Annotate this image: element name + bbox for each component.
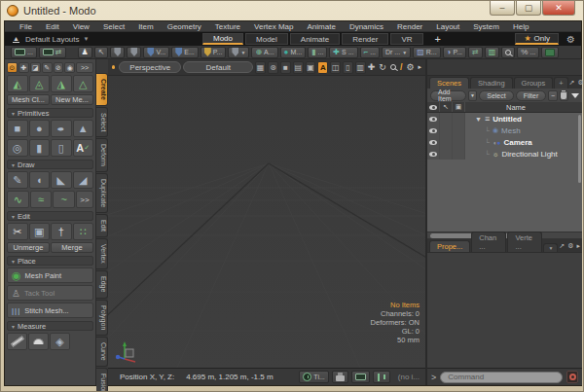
menu-view[interactable]: View [66, 22, 96, 31]
item-label[interactable]: Directional Light [501, 150, 557, 159]
popout-icon[interactable]: ↗ [559, 242, 565, 250]
item-row-untitled[interactable]: ▼ ≡ Untitled [427, 113, 582, 125]
pan-icon[interactable]: ✚ [368, 62, 376, 72]
ghost-view-button[interactable]: ▣ [306, 61, 316, 74]
pin-tool-button[interactable]: † [51, 223, 72, 240]
add-item-dropdown[interactable]: ▼ [468, 90, 477, 101]
mesh-op-2-button[interactable]: ◬ [29, 75, 51, 92]
curve-tool-button[interactable]: ∿ [7, 191, 29, 208]
mesh-op-4-button[interactable]: △ [73, 75, 94, 92]
expand-arrow-icon[interactable]: ▼ [475, 116, 482, 123]
primitives-section-header[interactable]: ▾Primitives [7, 108, 93, 118]
tab-create[interactable]: Create [96, 73, 108, 106]
tab-shading[interactable]: Shading [470, 77, 513, 89]
wireframe-view-button[interactable]: ▤ [293, 61, 304, 74]
add-layout-tab-button[interactable]: + [425, 33, 451, 45]
arc-tool-button[interactable]: ◖ [29, 171, 51, 189]
screen-layout-button[interactable]: ... [11, 47, 37, 58]
record-macro-button[interactable] [566, 371, 578, 383]
mesh-op-1-button[interactable]: ◭ [7, 75, 28, 92]
render-column-header[interactable]: ▣ [453, 102, 465, 112]
command-input[interactable] [440, 372, 563, 383]
cut-tool-button[interactable]: ✂ [7, 223, 28, 240]
capsule-primitive-button[interactable]: ▯ [51, 139, 72, 157]
visibility-toggle[interactable] [427, 113, 440, 125]
assign-button[interactable]: ▮... [308, 47, 327, 58]
drop-action-dropdown[interactable]: Dr ...▼ [382, 47, 411, 58]
camera-view-dropdown[interactable]: Perspective [119, 61, 181, 73]
add-item-button[interactable]: Add Item [430, 90, 466, 101]
color-swatch-button[interactable] [541, 47, 559, 58]
draw-more-button[interactable]: >> [76, 191, 93, 208]
sketch-tool-button[interactable]: ✎ [7, 171, 28, 189]
key-settings-button[interactable]: %... [517, 47, 539, 58]
item-row-mesh[interactable]: └ ◉ Mesh [427, 125, 582, 136]
tab-vertex[interactable]: Vertex [96, 238, 108, 269]
menu-file[interactable]: File [13, 22, 39, 31]
item-row-directional-light[interactable]: └ ☼ Directional Light [427, 148, 582, 160]
lasso-tool-button[interactable]: ◪ [30, 62, 41, 73]
eraser-tool-button[interactable]: ⊘ [54, 62, 64, 73]
items-mode-dropdown[interactable]: ▼ [228, 47, 249, 58]
viewport-gear-icon[interactable]: ⚙ [406, 62, 414, 72]
panel-gear-icon[interactable]: ⚙ [567, 242, 573, 250]
preset-tool-button[interactable]: ⊙ [7, 62, 18, 73]
item-label[interactable]: Camera [503, 138, 531, 147]
key-icon[interactable]: / [400, 62, 403, 72]
tab-deform[interactable]: Deform [96, 138, 108, 172]
menu-render[interactable]: Render [390, 22, 429, 31]
item-row-camera[interactable]: └ ◖ ● Camera [427, 136, 582, 148]
menu-animate[interactable]: Animate [301, 22, 343, 31]
dimension-tool-button[interactable]: ◈ [50, 333, 70, 350]
tab-polygon[interactable]: Polygon [96, 300, 108, 336]
menu-vertex-map[interactable]: Vertex Map [247, 22, 300, 31]
unmerge-button[interactable]: Unmerge [7, 242, 50, 253]
selection-mode-a-button[interactable] [110, 47, 125, 58]
tab-scenes[interactable]: Scenes [429, 77, 469, 89]
tab-vertex-map[interactable]: Verte ... [507, 232, 542, 252]
bezier-tool-button[interactable]: ◢ [73, 171, 94, 189]
tab-edge[interactable]: Edge [96, 270, 108, 298]
cube-primitive-button[interactable]: ■ [7, 120, 28, 137]
tab-select[interactable]: Select [96, 107, 108, 137]
layout-tab-render[interactable]: Render [342, 33, 388, 45]
actor-button[interactable]: ♟ [78, 47, 92, 58]
material-button[interactable]: ●M... [280, 47, 307, 58]
camera-gizmo-button[interactable]: ⊛ [268, 61, 278, 74]
search-button[interactable] [501, 47, 515, 58]
only-toggle-button[interactable]: ★ Only [515, 33, 559, 45]
menu-help[interactable]: Help [506, 22, 535, 31]
scenes-scrollbar[interactable] [578, 115, 581, 183]
draw-section-header[interactable]: ▾Draw [7, 160, 93, 169]
mesh-op-3-button[interactable]: ◮ [51, 75, 72, 92]
ellipsoid-primitive-button[interactable]: ● [51, 120, 72, 137]
panel-chevron-icon[interactable]: ▸ [576, 242, 580, 250]
tab-edit[interactable]: Edit [96, 214, 108, 237]
ruler-tool-button[interactable] [7, 333, 27, 350]
popout-icon[interactable]: ↗ [569, 79, 575, 87]
item-label[interactable]: Untitled [493, 115, 522, 124]
menu-dynamics[interactable]: Dynamics [343, 22, 390, 31]
visibility-toggle[interactable] [427, 125, 440, 136]
more-tools-button[interactable]: >> [76, 62, 93, 73]
visibility-toggle[interactable] [427, 136, 440, 148]
select-dropdown-button[interactable]: Select [479, 90, 513, 101]
add-panel-tab-button[interactable]: + [554, 77, 567, 89]
solid-view-button[interactable]: ■ [280, 61, 291, 74]
zoom-icon[interactable] [390, 64, 396, 70]
item-label[interactable]: Mesh [501, 126, 521, 135]
menu-geometry[interactable]: Geometry [161, 22, 208, 31]
tab-overflow-dropdown[interactable]: ▼ [543, 243, 558, 252]
cylinder-primitive-button[interactable]: ▮ [29, 139, 51, 157]
slice-tool-button[interactable]: ▣ [29, 223, 51, 240]
filter-dropdown-button[interactable]: Filter [516, 90, 547, 101]
tack-tool-button[interactable]: ♙Tack Tool [7, 285, 93, 301]
merge-button[interactable]: Merge [51, 242, 93, 253]
mesh-paint-button[interactable]: ◉Mesh Paint [7, 267, 93, 283]
preview-button[interactable]: ◑P... [443, 47, 466, 58]
bspline-tool-button[interactable]: ≈ [30, 191, 53, 208]
polyline-tool-button[interactable]: ~ [53, 191, 75, 208]
measure-section-header[interactable]: ▾Measure [7, 321, 93, 331]
remove-item-button[interactable]: − [548, 90, 557, 101]
stitch-mesh-button[interactable]: |||Stitch Mesh... [7, 303, 93, 318]
